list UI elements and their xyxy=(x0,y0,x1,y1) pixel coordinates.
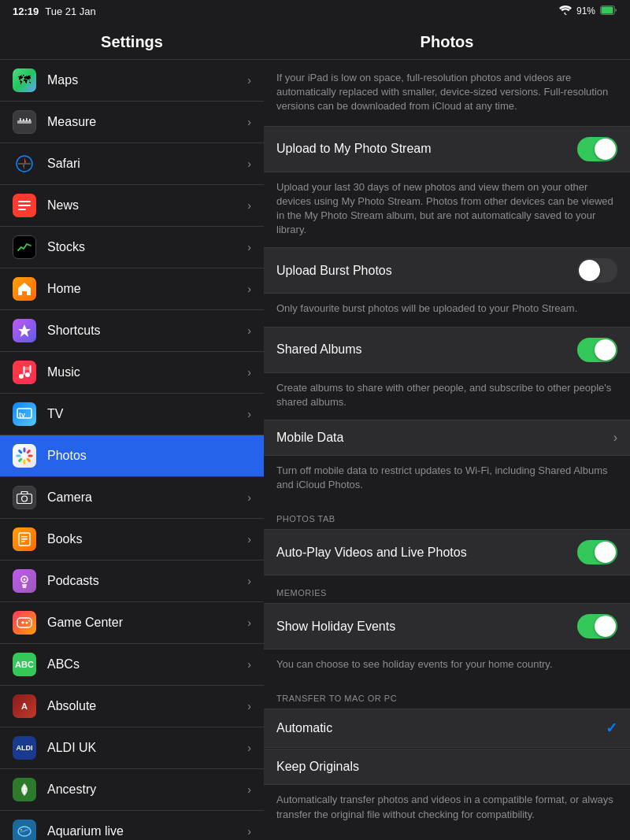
sidebar-item-safari[interactable]: Safari› xyxy=(0,143,264,185)
sidebar-item-aldi[interactable]: ALDIALDI UK› xyxy=(0,727,264,769)
shared-albums-toggle[interactable] xyxy=(577,338,617,362)
setting-autoplay[interactable]: Auto-Play Videos and Live Photos xyxy=(264,529,630,575)
automatic-label: Automatic xyxy=(276,721,332,735)
svg-rect-4 xyxy=(23,119,24,121)
sidebar-item-maps[interactable]: 🗺Maps› xyxy=(0,60,264,102)
svg-point-15 xyxy=(25,372,30,377)
toggle-knob xyxy=(595,616,616,637)
sidebar-item-shortcuts[interactable]: Shortcuts› xyxy=(0,310,264,352)
upload-photo-stream-toggle[interactable] xyxy=(577,137,617,161)
news-chevron: › xyxy=(247,199,251,212)
shared-albums-desc: Create albums to share with other people… xyxy=(264,373,630,419)
maps-icon: 🗺 xyxy=(13,68,36,92)
safari-chevron: › xyxy=(247,157,251,170)
stocks-icon xyxy=(13,235,36,259)
safari-icon xyxy=(13,152,36,176)
mobile-data-label: Mobile Data xyxy=(276,431,343,445)
svg-rect-3 xyxy=(20,118,21,121)
svg-rect-30 xyxy=(17,494,32,504)
toggle-knob xyxy=(595,542,616,563)
sidebar-item-music[interactable]: Music› xyxy=(0,352,264,394)
sidebar-item-books[interactable]: Books› xyxy=(0,519,264,561)
aldi-icon: ALDI xyxy=(13,736,36,760)
status-date: Tue 21 Jan xyxy=(45,6,96,17)
transfer-section-label: TRANSFER TO MAC OR PC xyxy=(264,681,630,708)
setting-shared-albums[interactable]: Shared Albums xyxy=(264,327,630,373)
absolute-label: Absolute xyxy=(47,699,96,713)
tv-chevron: › xyxy=(247,408,251,420)
photos-label: Photos xyxy=(47,449,87,463)
setting-mobile-data[interactable]: Mobile Data › xyxy=(264,420,630,456)
svg-line-29 xyxy=(28,451,29,453)
camera-icon xyxy=(13,486,36,509)
toggle-knob xyxy=(595,139,616,160)
sidebar-list: 🗺Maps›Measure›Safari›News›Stocks›Home›Sh… xyxy=(0,60,264,840)
memories-section-label: MEMORIES xyxy=(264,575,630,602)
holiday-events-toggle[interactable] xyxy=(577,614,617,638)
setting-group-holiday: Show Holiday Events You can choose to se… xyxy=(264,603,630,681)
holiday-events-label: Show Holiday Events xyxy=(276,620,395,634)
setting-upload-photo-stream[interactable]: Upload to My Photo Stream xyxy=(264,126,630,172)
absolute-icon: A xyxy=(13,694,36,718)
podcasts-icon xyxy=(13,569,36,593)
holiday-events-desc: You can choose to see holiday events for… xyxy=(264,649,630,681)
home-icon xyxy=(13,277,36,301)
podcasts-chevron: › xyxy=(247,575,251,587)
shared-albums-label: Shared Albums xyxy=(276,342,362,357)
sidebar-item-podcasts[interactable]: Podcasts› xyxy=(0,561,264,602)
sidebar-item-home[interactable]: Home› xyxy=(0,268,264,310)
sidebar-item-absolute[interactable]: AAbsolute› xyxy=(0,686,264,727)
upload-burst-desc: Only favourite burst photos will be uplo… xyxy=(264,294,630,325)
sidebar-header: Settings xyxy=(0,22,264,60)
sidebar-item-gamecenter[interactable]: Game Center› xyxy=(0,602,264,644)
aquarium-label: Aquarium live xyxy=(47,824,124,838)
svg-rect-12 xyxy=(18,205,31,206)
setting-holiday-events[interactable]: Show Holiday Events xyxy=(264,603,630,649)
setting-automatic[interactable]: Automatic ✓ xyxy=(264,709,630,748)
news-icon xyxy=(13,194,36,217)
setting-group-transfer: Automatic ✓ Keep Originals Automatically… xyxy=(264,709,630,831)
photos-icon xyxy=(13,444,36,468)
sidebar-item-abcs[interactable]: ABCABCs› xyxy=(0,644,264,686)
svg-line-27 xyxy=(20,451,21,453)
books-icon xyxy=(13,527,36,551)
svg-point-41 xyxy=(28,620,30,622)
svg-rect-34 xyxy=(21,536,28,538)
measure-icon xyxy=(13,110,36,134)
setting-keep-originals[interactable]: Keep Originals xyxy=(264,749,630,785)
aldi-chevron: › xyxy=(247,742,251,754)
svg-rect-39 xyxy=(17,618,32,627)
camera-chevron: › xyxy=(247,491,251,504)
svg-rect-5 xyxy=(26,118,28,121)
safari-label: Safari xyxy=(47,157,80,171)
setting-upload-burst[interactable]: Upload Burst Photos xyxy=(264,247,630,294)
setting-group-mobile-data: Mobile Data › Turn off mobile data to re… xyxy=(264,420,630,501)
ancestry-chevron: › xyxy=(247,783,251,796)
absolute-chevron: › xyxy=(247,700,251,712)
svg-rect-32 xyxy=(21,492,28,494)
sidebar-item-photos[interactable]: Photos xyxy=(0,435,264,477)
svg-rect-1 xyxy=(602,6,613,13)
sidebar-item-news[interactable]: News› xyxy=(0,185,264,227)
sidebar-item-camera[interactable]: Camera› xyxy=(0,477,264,519)
mobile-data-desc: Turn off mobile data to restrict updates… xyxy=(264,456,630,501)
abcs-icon: ABC xyxy=(13,653,36,676)
aquarium-chevron: › xyxy=(247,825,251,838)
upload-photo-stream-desc: Upload your last 30 days of new photos a… xyxy=(264,172,630,247)
sidebar-item-ancestry[interactable]: Ancestry› xyxy=(0,769,264,811)
tv-label: TV xyxy=(47,407,63,421)
sidebar-item-aquarium[interactable]: Aquarium live› xyxy=(0,811,264,840)
maps-chevron: › xyxy=(247,74,251,87)
sidebar-item-measure[interactable]: Measure› xyxy=(0,102,264,143)
gamecenter-chevron: › xyxy=(247,616,251,629)
upload-burst-toggle[interactable] xyxy=(577,258,617,283)
svg-point-14 xyxy=(19,374,24,379)
svg-point-45 xyxy=(20,829,22,831)
tv-icon: tv xyxy=(13,402,36,426)
abcs-chevron: › xyxy=(247,658,251,671)
books-chevron: › xyxy=(247,533,251,546)
podcasts-label: Podcasts xyxy=(47,574,99,588)
sidebar-item-tv[interactable]: tvTV› xyxy=(0,394,264,435)
sidebar-item-stocks[interactable]: Stocks› xyxy=(0,227,264,268)
autoplay-toggle[interactable] xyxy=(577,540,617,564)
